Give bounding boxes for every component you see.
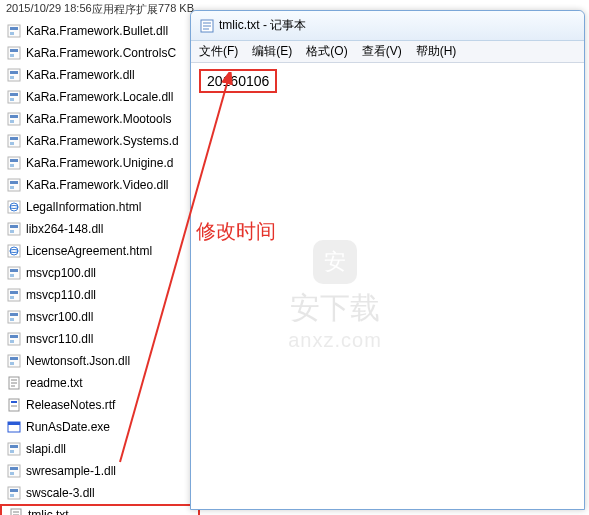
header-type: 应用程序扩展: [92, 2, 158, 18]
html-icon: [6, 199, 22, 215]
file-name-label: KaRa.Framework.Mootools: [26, 112, 171, 126]
file-name-label: msvcr110.dll: [26, 332, 93, 346]
file-item[interactable]: slapi.dll: [0, 438, 200, 460]
dll-icon: [6, 177, 22, 193]
file-item[interactable]: KaRa.Framework.ControlsC: [0, 42, 200, 64]
file-name-label: Newtonsoft.Json.dll: [26, 354, 130, 368]
notepad-icon: [199, 18, 215, 34]
menu-help[interactable]: 帮助(H): [416, 43, 457, 60]
svg-rect-39: [8, 311, 20, 323]
svg-rect-13: [10, 115, 18, 118]
svg-rect-16: [10, 137, 18, 140]
svg-rect-9: [8, 91, 20, 103]
file-item[interactable]: KaRa.Framework.Bullet.dll: [0, 20, 200, 42]
file-name-label: RunAsDate.exe: [26, 420, 110, 434]
svg-rect-45: [8, 355, 20, 367]
svg-rect-20: [10, 164, 14, 167]
file-name-label: LicenseAgreement.html: [26, 244, 152, 258]
file-item[interactable]: msvcp100.dll: [0, 262, 200, 284]
svg-rect-62: [10, 472, 14, 475]
dll-icon: [6, 265, 22, 281]
svg-rect-52: [9, 399, 19, 411]
svg-rect-22: [10, 181, 18, 184]
svg-rect-7: [10, 71, 18, 74]
svg-rect-28: [10, 225, 18, 228]
file-name-label: LegalInformation.html: [26, 200, 141, 214]
dll-icon: [6, 221, 22, 237]
svg-rect-43: [10, 335, 18, 338]
dll-icon: [6, 89, 22, 105]
file-item[interactable]: KaRa.Framework.dll: [0, 64, 200, 86]
file-item[interactable]: readme.txt: [0, 372, 200, 394]
file-name-label: KaRa.Framework.ControlsC: [26, 46, 176, 60]
svg-rect-1: [10, 27, 18, 30]
svg-rect-42: [8, 333, 20, 345]
svg-rect-40: [10, 313, 18, 316]
file-item[interactable]: RunAsDate.exe: [0, 416, 200, 438]
file-name-label: tmlic.txt: [28, 508, 69, 515]
file-name-label: KaRa.Framework.Bullet.dll: [26, 24, 168, 38]
txt-icon: [8, 507, 24, 515]
svg-rect-65: [10, 494, 14, 497]
file-item[interactable]: msvcp110.dll: [0, 284, 200, 306]
svg-rect-17: [10, 142, 14, 145]
file-item[interactable]: LegalInformation.html: [0, 196, 200, 218]
exe-icon: [6, 419, 22, 435]
svg-rect-58: [10, 445, 18, 448]
svg-rect-10: [10, 93, 18, 96]
file-item[interactable]: KaRa.Framework.Mootools: [0, 108, 200, 130]
notepad-content-area[interactable]: 20160106: [191, 63, 584, 509]
svg-rect-23: [10, 186, 14, 189]
file-explorer-panel: 2015/10/29 18:56 应用程序扩展 778 KB KaRa.Fram…: [0, 0, 200, 515]
file-name-label: slapi.dll: [26, 442, 66, 456]
file-item[interactable]: ReleaseNotes.rtf: [0, 394, 200, 416]
svg-rect-11: [10, 98, 14, 101]
menu-format[interactable]: 格式(O): [306, 43, 347, 60]
menu-view[interactable]: 查看(V): [362, 43, 402, 60]
svg-rect-8: [10, 76, 14, 79]
menu-edit[interactable]: 编辑(E): [252, 43, 292, 60]
file-name-label: msvcp110.dll: [26, 288, 96, 302]
file-item[interactable]: tmlic.txt: [0, 504, 200, 515]
file-item[interactable]: LicenseAgreement.html: [0, 240, 200, 262]
file-item[interactable]: KaRa.Framework.Locale.dll: [0, 86, 200, 108]
file-item[interactable]: KaRa.Framework.Video.dll: [0, 174, 200, 196]
file-name-label: KaRa.Framework.Unigine.d: [26, 156, 173, 170]
notepad-titlebar[interactable]: tmlic.txt - 记事本: [191, 11, 584, 41]
dll-icon: [6, 463, 22, 479]
file-item[interactable]: swscale-3.dll: [0, 482, 200, 504]
svg-rect-35: [10, 274, 14, 277]
svg-rect-46: [10, 357, 18, 360]
dll-icon: [6, 309, 22, 325]
file-item[interactable]: Newtonsoft.Json.dll: [0, 350, 200, 372]
file-name-label: libx264-148.dll: [26, 222, 103, 236]
svg-rect-12: [8, 113, 20, 125]
file-item[interactable]: KaRa.Framework.Unigine.d: [0, 152, 200, 174]
svg-rect-64: [10, 489, 18, 492]
file-name-label: KaRa.Framework.Systems.d: [26, 134, 179, 148]
dll-icon: [6, 353, 22, 369]
notepad-window: tmlic.txt - 记事本 文件(F) 编辑(E) 格式(O) 查看(V) …: [190, 10, 585, 510]
file-item[interactable]: libx264-148.dll: [0, 218, 200, 240]
file-item[interactable]: msvcr110.dll: [0, 328, 200, 350]
svg-rect-36: [8, 289, 20, 301]
file-item[interactable]: msvcr100.dll: [0, 306, 200, 328]
svg-rect-14: [10, 120, 14, 123]
file-name-label: msvcr100.dll: [26, 310, 93, 324]
dll-icon: [6, 133, 22, 149]
file-name-label: swscale-3.dll: [26, 486, 95, 500]
html-icon: [6, 243, 22, 259]
menu-file[interactable]: 文件(F): [199, 43, 238, 60]
svg-rect-21: [8, 179, 20, 191]
svg-rect-59: [10, 450, 14, 453]
highlighted-content: 20160106: [199, 69, 277, 93]
svg-rect-63: [8, 487, 20, 499]
svg-rect-57: [8, 443, 20, 455]
svg-rect-37: [10, 291, 18, 294]
file-item[interactable]: KaRa.Framework.Systems.d: [0, 130, 200, 152]
file-name-label: KaRa.Framework.Video.dll: [26, 178, 169, 192]
file-item[interactable]: swresample-1.dll: [0, 460, 200, 482]
svg-rect-34: [10, 269, 18, 272]
svg-rect-5: [10, 54, 14, 57]
rtf-icon: [6, 397, 22, 413]
